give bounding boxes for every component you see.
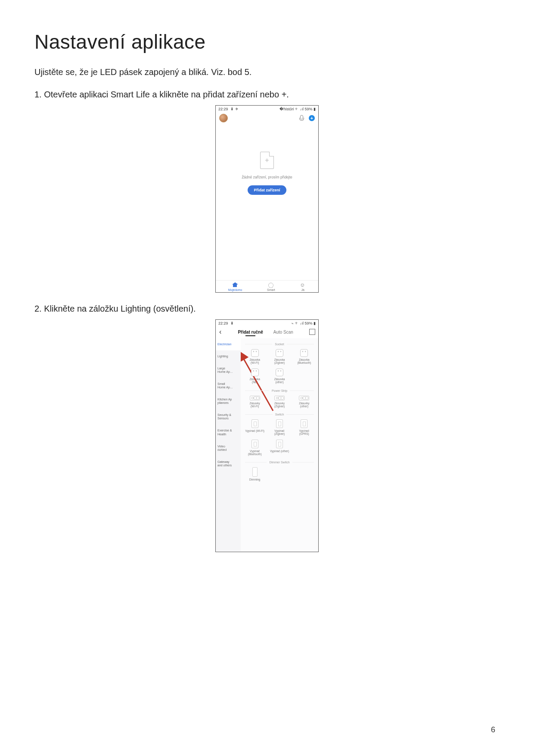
device-tile[interactable]: Zásuvka(Zigbee) [267,348,292,365]
device-tile[interactable]: Zásuvky(other) [292,395,317,409]
device-tile[interactable]: Dimming [242,466,267,482]
sidebar-item-security[interactable]: Security & Sensors [216,409,241,425]
section-heading: Power Strip [242,389,317,392]
status-left-icons: ⬇ ✈ [230,107,239,111]
device-label: Vypínač (other) [270,450,289,453]
tab-auto-scan[interactable]: Auto Scan [273,330,293,334]
sock-icon [251,349,259,357]
device-grid: SocketZásuvka(Wi-Fi)Zásuvka(Zigbee)Zásuv… [241,338,318,551]
status-time: 22:29 [218,107,229,111]
device-tile[interactable]: Vypínač (other) [267,439,292,456]
device-tile[interactable]: Vypínač (Wi-Fi) [242,419,267,436]
device-tile[interactable]: Zásuvka(Wi-Fi) [242,348,267,365]
plus-icon: + [265,157,269,164]
sun-icon [268,282,274,287]
add-device-tabs: ‹ Přidat ručně Auto Scan [216,326,318,338]
sock-icon [251,369,259,376]
device-row: Zásuvka(Wi-Fi)Zásuvka(Zigbee)Zásuvka(Blu… [242,348,317,385]
device-tile[interactable]: Zásuvky(Zigbee) [267,395,292,409]
bottom-nav: Mojedomo Smart ☺ Já [216,280,318,292]
sidebar-item-exercise[interactable]: Exercise & Health [216,425,241,440]
category-sidebar: ElectricianLightingLarge Home Ap…Small H… [216,338,241,551]
device-tile[interactable]: Zásuvka(other) [267,368,292,384]
device-label: Vypínač(Bluetooth) [248,450,262,456]
section-heading: Dimmer Switch [242,461,317,464]
nav-me-label: Já [301,288,304,291]
device-row: Vypínač (Wi-Fi)Vypínač(Zigbee)Vypínač(GP… [242,419,317,457]
sidebar-item-kitchen[interactable]: Kitchen Ap pliances [216,394,241,409]
swbox-icon [276,419,283,428]
status-time: 22:29 [218,321,229,325]
device-tile[interactable]: Zásuvky(Wi-Fi) [242,395,267,409]
device-tile[interactable]: Vypínač(Zigbee) [267,419,292,436]
device-row: Dimming [242,466,317,482]
swbox-icon [251,440,258,448]
add-device-button[interactable]: Přidat zařízení [248,185,286,195]
swbox-icon [301,419,307,428]
sidebar-item-small[interactable]: Small Home Ap… [216,378,241,394]
user-icon: ☺ [300,282,306,287]
device-label: Zásuvka(Wi-Fi) [249,358,260,364]
screenshot-home-screen: 22:29 ⬇ ✈ �históri ᯤ ₎ıl 59% ▮ + + Žád [215,105,319,293]
sock-icon [276,349,283,357]
device-row: Zásuvky(Wi-Fi)Zásuvky(Zigbee)Zásuvky(oth… [242,395,317,409]
device-label: Zásuvka(Zigbee) [274,358,285,364]
home-header: + [216,112,318,125]
device-tile[interactable]: Vypínač(Bluetooth) [242,439,267,456]
device-label: Zásuvka(NB) [249,378,260,384]
sidebar-item-lighting[interactable]: Lighting [216,350,241,362]
nav-me[interactable]: ☺ Já [300,282,306,291]
device-label: Zásuvky(Wi-Fi) [250,402,260,408]
sock-icon [300,349,308,357]
scan-icon[interactable] [310,329,315,335]
step-2-text: 2. Klikněte na záložku Lighting (osvětle… [34,302,500,315]
section-heading: Switch [242,413,317,416]
back-icon[interactable]: ‹ [219,328,221,336]
device-label: Zásuvky(other) [299,402,309,408]
device-label: Vypínač (Wi-Fi) [245,429,264,432]
status-bar: 22:29 ⬇ ✈ �históri ᯤ ₎ıl 59% ▮ [216,106,318,112]
status-bar: 22:29 ⬇ ⌁ ᯤ ₎ıl 59% ▮ [216,320,318,326]
device-tile[interactable]: Zásuvka(Bluetooth) [292,348,317,365]
device-label: Zásuvka(other) [274,378,285,384]
strip-icon [299,396,309,400]
strip-icon [274,396,285,400]
intro-text: Ujistěte se, že je LED pásek zapojený a … [34,66,500,78]
device-label: Zásuvky(Zigbee) [274,402,285,408]
screenshot-add-manually: 22:29 ⬇ ⌁ ᯤ ₎ıl 59% ▮ ‹ Přidat ručně Aut… [215,319,319,552]
device-label: Dimming [249,478,261,481]
empty-state-icon: + [260,152,274,169]
swbox-icon [251,419,258,428]
device-tile[interactable]: Vypínač(GPRS) [292,419,317,436]
nav-home[interactable]: Mojedomo [228,282,242,291]
status-right-icons: �históri ᯤ ₎ıl 59% ▮ [279,107,316,111]
device-label: Vypínač(GPRS) [299,429,309,435]
sidebar-item-gateway[interactable]: Gateway and others [216,456,241,472]
device-tile[interactable]: Zásuvka(NB) [242,368,267,384]
device-label: Vypínač(Zigbee) [274,429,285,435]
status-left-icons: ⬇ [230,321,234,325]
page-number: 6 [491,725,495,734]
add-device-plus-button[interactable]: + [309,115,315,121]
dim-icon [252,467,258,477]
section-heading: Socket [242,343,317,346]
tab-add-manually[interactable]: Přidat ručně [238,330,263,334]
strip-icon [250,396,260,400]
page-title: Nastavení aplikace [34,30,500,53]
nav-smart-label: Smart [267,288,275,291]
mic-icon[interactable] [298,115,304,121]
nav-home-label: Mojedomo [228,288,242,291]
sidebar-item-video[interactable]: Video dohled [216,440,241,456]
nav-smart[interactable]: Smart [267,282,275,291]
device-label: Zásuvka(Bluetooth) [297,358,311,364]
home-icon [232,282,238,287]
avatar[interactable] [219,114,228,122]
swbox-icon [276,440,283,448]
sidebar-item-large[interactable]: Large Home Ap… [216,362,241,378]
empty-state-text: Žádné zařízení, prosím přidejte [242,175,292,179]
status-right-icons: ⌁ ᯤ ₎ıl 59% ▮ [292,321,316,325]
sock-icon [276,369,283,376]
sidebar-item-electrician[interactable]: Electrician [216,338,241,350]
step-1-text: 1. Otevřete aplikaci Smart Life a klikně… [34,88,500,101]
